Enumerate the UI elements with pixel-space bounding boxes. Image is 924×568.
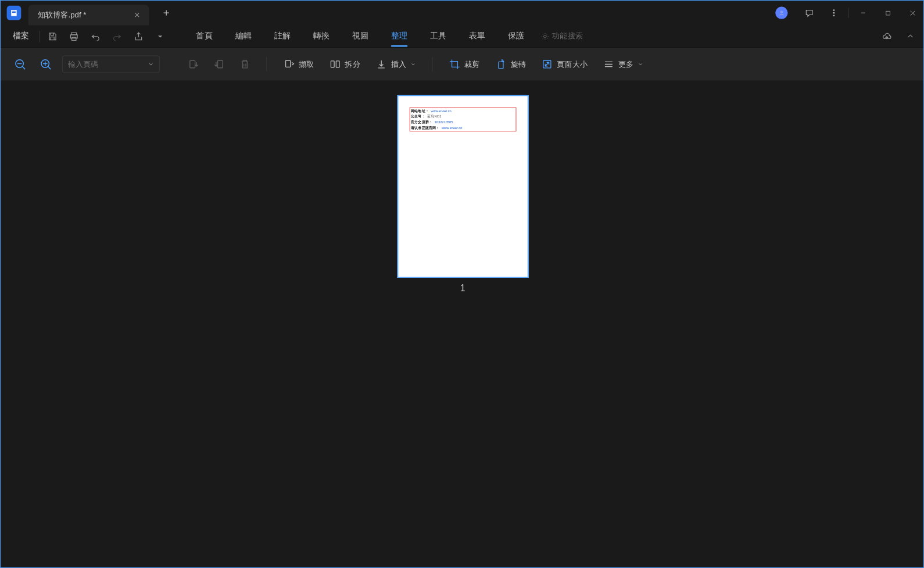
crop-button[interactable]: 裁剪 xyxy=(445,59,484,70)
svg-point-4 xyxy=(833,10,835,11)
page-thumbnail[interactable]: 网站地址：www.knoer.cn 公众号：蓝鸟NO1 官方交流群：103221… xyxy=(397,95,528,277)
tab-title: 知软博客.pdf * xyxy=(38,10,87,20)
tab-home[interactable]: 首頁 xyxy=(185,25,224,48)
insert-label: 插入 xyxy=(391,59,406,69)
rotate-label: 旋轉 xyxy=(511,59,526,69)
more-menu-icon[interactable] xyxy=(822,1,846,25)
document-tab[interactable]: 知软博客.pdf * xyxy=(28,5,149,25)
maximize-button[interactable] xyxy=(876,1,900,25)
delete-icon[interactable] xyxy=(235,55,254,74)
crop-label: 裁剪 xyxy=(464,59,479,69)
svg-rect-10 xyxy=(72,37,76,40)
tab-convert[interactable]: 轉換 xyxy=(302,25,341,48)
split-label: 拆分 xyxy=(345,59,360,69)
page-number-label: 1 xyxy=(397,283,528,294)
tab-protect[interactable]: 保護 xyxy=(497,25,536,48)
rotate-left-icon[interactable] xyxy=(184,55,203,74)
quickaccess-dropdown-icon[interactable] xyxy=(151,27,170,45)
close-tab-icon[interactable] xyxy=(132,10,142,20)
page-input-placeholder: 輸入頁碼 xyxy=(68,59,99,69)
zoom-in-icon[interactable] xyxy=(37,55,55,74)
svg-rect-18 xyxy=(336,61,339,67)
feature-search-label: 功能搜索 xyxy=(552,31,583,41)
page-canvas[interactable]: 网站地址：www.knoer.cn 公众号：蓝鸟NO1 官方交流群：103221… xyxy=(1,81,924,568)
feature-search[interactable]: 功能搜索 xyxy=(541,31,583,41)
svg-rect-2 xyxy=(12,12,16,13)
redo-icon[interactable] xyxy=(108,27,127,45)
more-button[interactable]: 更多 xyxy=(599,59,647,70)
titlebar: 知软博客.pdf * xyxy=(1,1,924,25)
zoom-out-icon[interactable] xyxy=(11,55,30,74)
extract-button[interactable]: 擷取 xyxy=(279,59,318,70)
svg-point-6 xyxy=(833,15,835,16)
svg-rect-19 xyxy=(499,62,503,68)
svg-rect-17 xyxy=(331,61,334,67)
cloud-icon[interactable] xyxy=(878,27,896,45)
undo-icon[interactable] xyxy=(86,27,105,45)
rotate-button[interactable]: 旋轉 xyxy=(491,59,530,70)
svg-point-5 xyxy=(833,12,835,13)
close-window-button[interactable] xyxy=(900,1,924,25)
svg-point-11 xyxy=(544,35,547,38)
svg-rect-7 xyxy=(886,11,890,15)
extract-label: 擷取 xyxy=(299,59,314,69)
tab-tools[interactable]: 工具 xyxy=(419,25,458,48)
tab-form[interactable]: 表單 xyxy=(458,25,497,48)
ribbon-tabs: 首頁 編輯 註解 轉換 視圖 整理 工具 表單 保護 功能搜索 xyxy=(185,25,583,48)
page-size-button[interactable]: 頁面大小 xyxy=(538,59,592,70)
split-button[interactable]: 拆分 xyxy=(325,59,364,70)
tab-view[interactable]: 視圖 xyxy=(341,25,379,48)
page-number-input[interactable]: 輸入頁碼 xyxy=(62,55,160,73)
page-thumbnail-wrap: 网站地址：www.knoer.cn 公众号：蓝鸟NO1 官方交流群：103221… xyxy=(397,95,528,294)
user-avatar-icon[interactable] xyxy=(775,7,787,19)
highlighted-text-box: 网站地址：www.knoer.cn 公众号：蓝鸟NO1 官方交流群：103221… xyxy=(409,108,516,132)
page-size-label: 頁面大小 xyxy=(557,59,588,69)
tab-annotate[interactable]: 註解 xyxy=(263,25,302,48)
comment-icon[interactable] xyxy=(797,1,821,25)
file-menu[interactable]: 檔案 xyxy=(6,31,37,42)
svg-rect-1 xyxy=(12,11,16,12)
minimize-button[interactable] xyxy=(851,1,875,25)
app-logo-icon xyxy=(7,6,22,20)
insert-button[interactable]: 插入 xyxy=(371,59,420,70)
svg-point-3 xyxy=(780,11,782,13)
chevron-down-icon xyxy=(148,60,154,69)
svg-rect-16 xyxy=(286,60,291,67)
more-label: 更多 xyxy=(618,59,633,69)
rotate-right-icon[interactable] xyxy=(210,55,228,74)
svg-rect-14 xyxy=(190,60,195,67)
menubar: 檔案 首頁 編輯 註解 轉換 視圖 整理 工具 表單 保護 功能搜索 xyxy=(1,25,924,48)
svg-rect-15 xyxy=(218,60,223,67)
print-icon[interactable] xyxy=(65,27,83,45)
save-icon[interactable] xyxy=(43,27,62,45)
tab-edit[interactable]: 編輯 xyxy=(224,25,263,48)
share-icon[interactable] xyxy=(130,27,148,45)
new-tab-button[interactable] xyxy=(156,3,177,23)
tab-organize[interactable]: 整理 xyxy=(380,25,419,48)
collapse-ribbon-icon[interactable] xyxy=(901,27,920,45)
organize-toolbar: 輸入頁碼 擷取 拆分 插入 裁剪 旋轉 xyxy=(1,48,924,81)
